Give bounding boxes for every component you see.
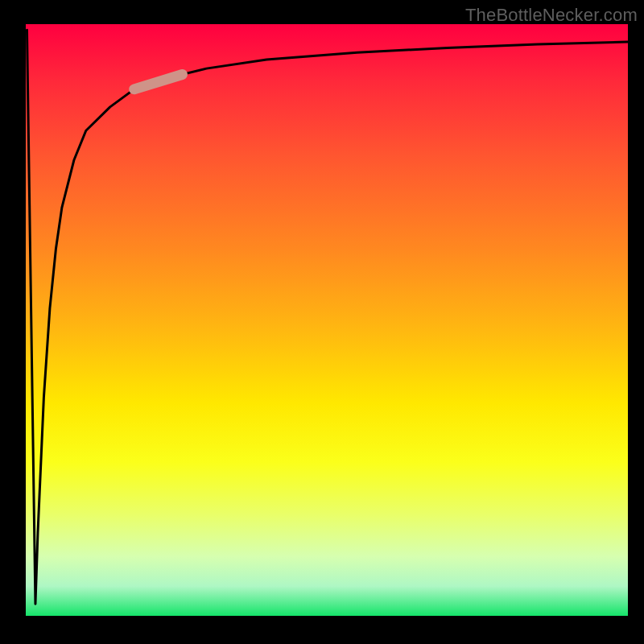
bottleneck-curve-path bbox=[27, 30, 628, 604]
watermark-text: TheBottleNecker.com bbox=[465, 5, 638, 26]
x-axis bbox=[24, 617, 630, 618]
chart-container: TheBottleNecker.com bbox=[0, 0, 644, 644]
curve-svg bbox=[26, 24, 628, 616]
y-axis bbox=[24, 24, 26, 618]
curve-highlight-segment bbox=[134, 74, 183, 89]
